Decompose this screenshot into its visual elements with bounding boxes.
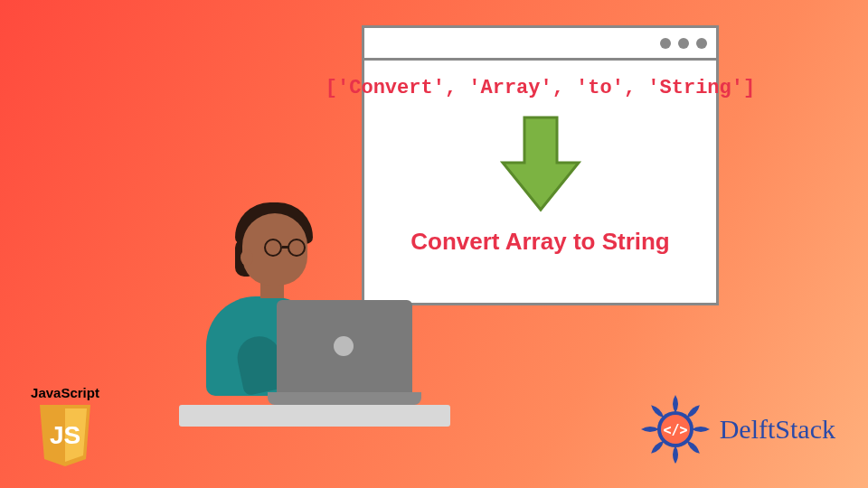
browser-header [364, 28, 716, 61]
delftstack-name: DelftStack [720, 414, 835, 445]
desk [179, 405, 450, 427]
glasses-bridge [282, 246, 289, 249]
laptop-base [268, 392, 421, 405]
javascript-label: JavaScript [25, 385, 105, 400]
glasses-lens [288, 239, 306, 257]
array-literal-text: ['Convert', 'Array', 'to', 'String'] [326, 77, 755, 99]
laptop-logo-icon [334, 336, 354, 356]
window-control-dot [660, 38, 671, 49]
svg-text:JS: JS [50, 421, 80, 449]
window-control-dot [696, 38, 707, 49]
delftstack-brand: </> DelftStack [638, 392, 835, 466]
dharma-wheel-icon: </> [638, 392, 712, 466]
person-ear [241, 249, 253, 266]
down-arrow-icon [497, 114, 584, 215]
result-string-text: Convert Array to String [410, 228, 670, 256]
svg-text:</>: </> [663, 422, 687, 438]
person-glasses [264, 239, 309, 257]
person-illustration [197, 192, 432, 427]
window-control-dot [678, 38, 689, 49]
javascript-badge: JavaScript JS [25, 385, 105, 472]
js-shield-icon: JS [36, 403, 94, 468]
glasses-lens [264, 239, 282, 257]
